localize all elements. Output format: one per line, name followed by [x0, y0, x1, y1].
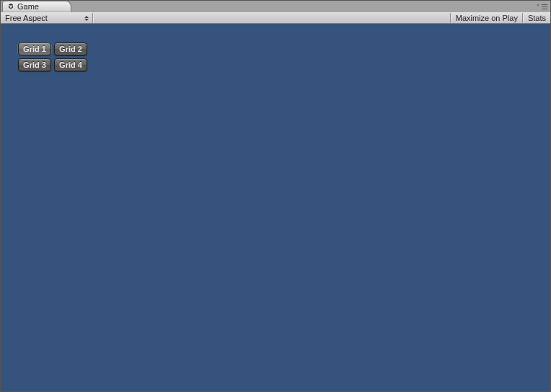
grid-1-button[interactable]: Grid 1: [18, 43, 51, 55]
aspect-dropdown[interactable]: Free Aspect: [1, 13, 93, 23]
updown-icon: [84, 14, 89, 22]
tab-bar: Game: [1, 1, 550, 12]
unity-logo-icon: [7, 3, 14, 10]
button-label: Grid 3: [23, 61, 46, 69]
tab-label: Game: [17, 2, 39, 11]
stats-label: Stats: [528, 14, 546, 22]
grid-button-group: Grid 1 Grid 2 Grid 3 Grid 4: [18, 43, 87, 71]
aspect-dropdown-label: Free Aspect: [5, 14, 48, 22]
stats-button[interactable]: Stats: [523, 13, 550, 23]
maximize-on-play-button[interactable]: Maximize on Play: [451, 13, 523, 23]
grid-4-button[interactable]: Grid 4: [54, 58, 87, 71]
tab-game[interactable]: Game: [2, 1, 71, 12]
window-options-icon[interactable]: [537, 3, 547, 10]
game-toolbar: Free Aspect Maximize on Play Stats: [1, 12, 550, 24]
grid-2-button[interactable]: Grid 2: [54, 43, 87, 55]
button-label: Grid 1: [23, 45, 46, 53]
button-label: Grid 4: [59, 61, 82, 69]
grid-3-button[interactable]: Grid 3: [18, 58, 51, 71]
toolbar-spacer: [93, 13, 451, 23]
game-window: Game Free Aspect Maximize on Play Stats …: [0, 0, 551, 392]
button-label: Grid 2: [59, 45, 82, 53]
maximize-label: Maximize on Play: [456, 14, 518, 22]
game-viewport: Grid 1 Grid 2 Grid 3 Grid 4: [1, 24, 550, 391]
